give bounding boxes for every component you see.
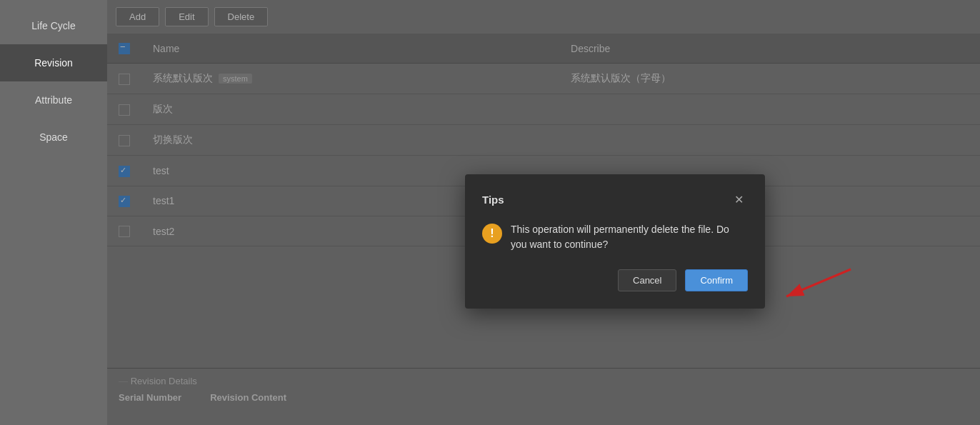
sidebar-item-attribute[interactable]: Attribute — [0, 81, 107, 119]
warning-icon: ! — [482, 224, 502, 244]
cancel-button[interactable]: Cancel — [618, 269, 676, 291]
modal-header: Tips ✕ — [482, 191, 748, 208]
modal-message: This operation will permanently delete t… — [511, 222, 748, 252]
modal-close-button[interactable]: ✕ — [730, 191, 748, 208]
tips-modal: Tips ✕ ! This operation will permanently… — [465, 174, 765, 309]
modal-title: Tips — [482, 194, 504, 206]
confirm-button[interactable]: Confirm — [685, 269, 748, 291]
modal-body: ! This operation will permanently delete… — [482, 222, 748, 252]
sidebar-item-lifecycle[interactable]: Life Cycle — [0, 7, 107, 44]
sidebar: Life Cycle Revision Attribute Space — [0, 0, 107, 425]
modal-overlay: Tips ✕ ! This operation will permanently… — [107, 0, 980, 425]
sidebar-item-revision[interactable]: Revision — [0, 44, 107, 81]
main-content: Add Edit Delete Name Describe 系统默认版次syst… — [107, 0, 980, 425]
sidebar-item-space[interactable]: Space — [0, 119, 107, 156]
svg-line-1 — [786, 269, 851, 296]
modal-footer: Cancel Confirm — [482, 269, 748, 291]
red-arrow-indicator — [772, 262, 858, 305]
